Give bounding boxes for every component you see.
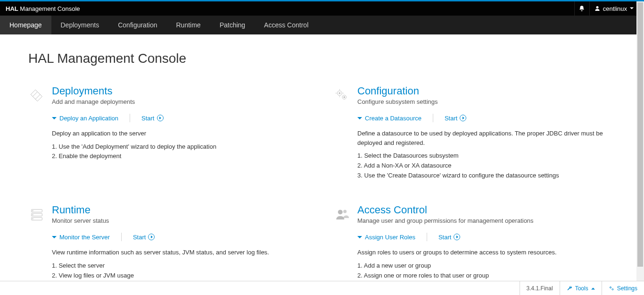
- card-sub-deployments: Add and manage deployments: [52, 98, 310, 105]
- access-icon: [334, 207, 351, 224]
- scrollbar[interactable]: [636, 1, 644, 281]
- card-title-deployments[interactable]: Deployments: [52, 85, 310, 97]
- svg-point-3: [339, 93, 340, 94]
- deployments-icon: [28, 88, 45, 105]
- desc-runtime: View runtime information such as server …: [52, 248, 310, 257]
- arrow-icon: [148, 234, 155, 240]
- svg-point-11: [33, 219, 33, 219]
- steps-deployments: 1. Use the 'Add Deployment' wizard to de…: [52, 142, 310, 162]
- nav-configuration[interactable]: Configuration: [108, 16, 166, 34]
- footer-tools[interactable]: Tools: [560, 281, 602, 295]
- arrow-icon: [157, 115, 164, 121]
- card-title-access[interactable]: Access Control: [357, 204, 616, 216]
- svg-point-13: [343, 210, 347, 213]
- nav-deployments[interactable]: Deployments: [51, 16, 109, 34]
- start-runtime[interactable]: Start: [133, 234, 155, 241]
- start-deployments[interactable]: Start: [141, 115, 163, 122]
- user-name: centlinux: [603, 5, 627, 12]
- navbar: Homepage Deployments Configuration Runti…: [0, 16, 644, 34]
- footer-settings[interactable]: Settings: [602, 281, 644, 295]
- runtime-icon: [28, 207, 45, 224]
- card-access: Access Control Manage user and group per…: [334, 204, 616, 280]
- user-menu[interactable]: centlinux: [589, 1, 638, 16]
- card-title-configuration[interactable]: Configuration: [357, 85, 616, 97]
- steps-runtime: 1. Select the server 2. View log files o…: [52, 261, 310, 281]
- page-title: HAL Management Console: [28, 51, 616, 66]
- chevron-up-icon: [591, 287, 595, 290]
- chevron-down-icon: [630, 7, 634, 10]
- start-configuration[interactable]: Start: [445, 115, 466, 122]
- start-access[interactable]: Start: [438, 234, 460, 241]
- card-deployments: Deployments Add and manage deployments D…: [28, 85, 310, 180]
- card-runtime: Runtime Monitor server status Monitor th…: [28, 204, 310, 280]
- user-icon: [594, 6, 600, 11]
- card-sub-configuration: Configure subsystem settings: [357, 98, 616, 105]
- nav-homepage[interactable]: Homepage: [0, 16, 51, 34]
- toggle-create-datasource[interactable]: Create a Datasource: [357, 115, 421, 122]
- notifications-icon[interactable]: [574, 1, 589, 16]
- content: HAL Management Console Deployments Add a…: [0, 34, 644, 281]
- nav-patching[interactable]: Patching: [210, 16, 255, 34]
- arrow-icon: [460, 115, 466, 121]
- brand: HAL Management Console: [6, 5, 80, 12]
- card-title-runtime[interactable]: Runtime: [52, 204, 310, 216]
- desc-configuration: Define a datasource to be used by deploy…: [357, 129, 616, 147]
- svg-point-5: [344, 96, 345, 98]
- nav-access-control[interactable]: Access Control: [255, 16, 318, 34]
- toggle-monitor-server[interactable]: Monitor the Server: [52, 234, 110, 241]
- desc-access: Assign roles to users or groups to deter…: [357, 248, 616, 257]
- svg-point-9: [33, 211, 33, 211]
- card-sub-access: Manage user and group permissions for ma…: [357, 217, 616, 224]
- desc-deployments: Deploy an application to the server: [52, 129, 310, 138]
- card-grid: Deployments Add and manage deployments D…: [28, 85, 616, 280]
- topbar: HAL Management Console centlinux: [0, 1, 644, 16]
- svg-point-15: [612, 288, 613, 290]
- toggle-deploy-app[interactable]: Deploy an Application: [52, 115, 118, 122]
- arrow-icon: [454, 234, 460, 240]
- svg-rect-0: [31, 90, 40, 99]
- svg-rect-1: [33, 92, 42, 101]
- footer-version[interactable]: 3.4.1.Final: [520, 281, 560, 295]
- svg-point-10: [33, 215, 33, 215]
- nav-runtime[interactable]: Runtime: [166, 16, 210, 34]
- wrench-icon: [567, 286, 572, 291]
- svg-point-14: [610, 287, 611, 288]
- gears-icon: [609, 286, 614, 291]
- card-sub-runtime: Monitor server status: [52, 217, 310, 224]
- steps-access: 1. Add a new user or group 2. Assign one…: [357, 261, 616, 281]
- toggle-assign-roles[interactable]: Assign User Roles: [357, 234, 415, 241]
- configuration-icon: [334, 88, 351, 105]
- steps-configuration: 1. Select the Datasources subsystem 2. A…: [357, 151, 616, 180]
- footer: 3.4.1.Final Tools Settings: [0, 281, 644, 295]
- scrollbar-thumb[interactable]: [637, 2, 643, 267]
- card-configuration: Configuration Configure subsystem settin…: [334, 85, 616, 180]
- svg-point-12: [338, 210, 343, 215]
